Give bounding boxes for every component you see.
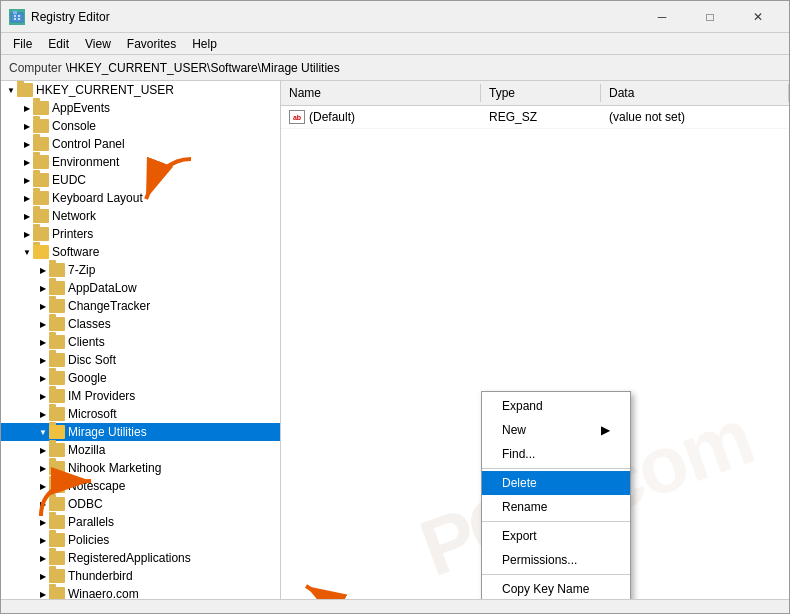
toggle-icon[interactable]: ▼ bbox=[21, 246, 33, 258]
folder-icon bbox=[49, 407, 65, 421]
tree-item-notescape[interactable]: ▶ Notescape bbox=[1, 477, 280, 495]
ctx-separator-1 bbox=[482, 468, 630, 469]
tree-item-registeredapps[interactable]: ▶ RegisteredApplications bbox=[1, 549, 280, 567]
toggle-icon[interactable]: ▶ bbox=[21, 210, 33, 222]
toggle-icon[interactable]: ▶ bbox=[37, 282, 49, 294]
col-type: Type bbox=[481, 84, 601, 102]
folder-icon bbox=[49, 371, 65, 385]
tree-item-odbc[interactable]: ▶ ODBC bbox=[1, 495, 280, 513]
tree-item-controlpanel[interactable]: ▶ Control Panel bbox=[1, 135, 280, 153]
toggle-icon[interactable]: ▶ bbox=[37, 570, 49, 582]
tree-item-google[interactable]: ▶ Google bbox=[1, 369, 280, 387]
toggle-icon[interactable]: ▶ bbox=[37, 264, 49, 276]
tree-item-nihook[interactable]: ▶ Nihook Marketing bbox=[1, 459, 280, 477]
toggle-icon[interactable]: ▶ bbox=[37, 552, 49, 564]
tree-item-changetracker[interactable]: ▶ ChangeTracker bbox=[1, 297, 280, 315]
toggle-icon[interactable]: ▶ bbox=[37, 300, 49, 312]
tree-item-eudc[interactable]: ▶ EUDC bbox=[1, 171, 280, 189]
tree-item-network[interactable]: ▶ Network bbox=[1, 207, 280, 225]
tree-item-winaero[interactable]: ▶ Winaero.com bbox=[1, 585, 280, 599]
tree-item-microsoft[interactable]: ▶ Microsoft bbox=[1, 405, 280, 423]
toggle-icon[interactable]: ▶ bbox=[21, 138, 33, 150]
tree-item-classes[interactable]: ▶ Classes bbox=[1, 315, 280, 333]
tree-label: Policies bbox=[68, 533, 109, 547]
tree-item-parallels[interactable]: ▶ Parallels bbox=[1, 513, 280, 531]
menu-help[interactable]: Help bbox=[184, 35, 225, 53]
registry-editor-window: Registry Editor ─ □ ✕ File Edit View Fav… bbox=[0, 0, 790, 614]
toggle-icon[interactable]: ▶ bbox=[21, 156, 33, 168]
menu-view[interactable]: View bbox=[77, 35, 119, 53]
folder-icon bbox=[33, 245, 49, 259]
tree-item-clients[interactable]: ▶ Clients bbox=[1, 333, 280, 351]
tree-item-mirageutils[interactable]: ▼ Mirage Utilities bbox=[1, 423, 280, 441]
tree-item-7zip[interactable]: ▶ 7-Zip bbox=[1, 261, 280, 279]
tree-item-policies[interactable]: ▶ Policies bbox=[1, 531, 280, 549]
folder-icon bbox=[49, 497, 65, 511]
toggle-icon[interactable]: ▶ bbox=[37, 390, 49, 402]
folder-icon bbox=[49, 461, 65, 475]
toggle-icon[interactable]: ▶ bbox=[37, 588, 49, 599]
toggle-icon[interactable]: ▶ bbox=[37, 534, 49, 546]
cell-data: (value not set) bbox=[601, 108, 789, 126]
toggle-icon[interactable]: ▼ bbox=[5, 84, 17, 96]
horizontal-scrollbar[interactable] bbox=[1, 599, 789, 613]
menu-edit[interactable]: Edit bbox=[40, 35, 77, 53]
ctx-expand[interactable]: Expand bbox=[482, 394, 630, 418]
app-icon bbox=[9, 9, 25, 25]
toggle-icon[interactable]: ▶ bbox=[21, 120, 33, 132]
toggle-icon[interactable]: ▶ bbox=[21, 228, 33, 240]
ctx-rename[interactable]: Rename bbox=[482, 495, 630, 519]
toggle-icon[interactable]: ▶ bbox=[37, 408, 49, 420]
tree-item-appdatalow[interactable]: ▶ AppDataLow bbox=[1, 279, 280, 297]
tree-item-root[interactable]: ▼ HKEY_CURRENT_USER bbox=[1, 81, 280, 99]
maximize-button[interactable]: □ bbox=[687, 3, 733, 31]
tree-item-discsoft[interactable]: ▶ Disc Soft bbox=[1, 351, 280, 369]
tree-label: Console bbox=[52, 119, 96, 133]
tree-panel[interactable]: ▼ HKEY_CURRENT_USER ▶ AppEvents ▶ Consol… bbox=[1, 81, 281, 599]
toggle-icon[interactable]: ▶ bbox=[37, 318, 49, 330]
tree-label-root: HKEY_CURRENT_USER bbox=[36, 83, 174, 97]
tree-label: Network bbox=[52, 209, 96, 223]
menu-favorites[interactable]: Favorites bbox=[119, 35, 184, 53]
menu-file[interactable]: File bbox=[5, 35, 40, 53]
tree-item-mozilla[interactable]: ▶ Mozilla bbox=[1, 441, 280, 459]
ctx-delete[interactable]: Delete bbox=[482, 471, 630, 495]
tree-item-printers[interactable]: ▶ Printers bbox=[1, 225, 280, 243]
toggle-icon[interactable]: ▶ bbox=[21, 192, 33, 204]
toggle-icon[interactable]: ▶ bbox=[37, 372, 49, 384]
toggle-icon[interactable]: ▶ bbox=[37, 498, 49, 510]
toggle-icon[interactable]: ▶ bbox=[37, 516, 49, 528]
close-button[interactable]: ✕ bbox=[735, 3, 781, 31]
tree-item-keyboardlayout[interactable]: ▶ Keyboard Layout bbox=[1, 189, 280, 207]
toggle-icon[interactable]: ▶ bbox=[37, 480, 49, 492]
main-area: ▼ HKEY_CURRENT_USER ▶ AppEvents ▶ Consol… bbox=[1, 81, 789, 599]
tree-item-appevents[interactable]: ▶ AppEvents bbox=[1, 99, 280, 117]
tree-item-software[interactable]: ▼ Software bbox=[1, 243, 280, 261]
folder-icon bbox=[49, 551, 65, 565]
ctx-export[interactable]: Export bbox=[482, 524, 630, 548]
ctx-find[interactable]: Find... bbox=[482, 442, 630, 466]
tree-item-environment[interactable]: ▶ Environment bbox=[1, 153, 280, 171]
folder-icon bbox=[49, 569, 65, 583]
svg-rect-4 bbox=[14, 18, 16, 20]
toggle-icon[interactable]: ▶ bbox=[21, 174, 33, 186]
ctx-permissions[interactable]: Permissions... bbox=[482, 548, 630, 572]
toggle-icon[interactable]: ▶ bbox=[37, 336, 49, 348]
toggle-icon[interactable]: ▶ bbox=[37, 462, 49, 474]
tree-item-console[interactable]: ▶ Console bbox=[1, 117, 280, 135]
toggle-icon[interactable]: ▶ bbox=[37, 354, 49, 366]
toggle-icon[interactable]: ▶ bbox=[21, 102, 33, 114]
cell-name: ab (Default) bbox=[281, 108, 481, 126]
table-row[interactable]: ab (Default) REG_SZ (value not set) bbox=[281, 106, 789, 129]
address-value: \HKEY_CURRENT_USER\Software\Mirage Utili… bbox=[66, 61, 340, 75]
ctx-new[interactable]: New ▶ bbox=[482, 418, 630, 442]
toggle-icon[interactable]: ▼ bbox=[37, 426, 49, 438]
tree-item-thunderbird[interactable]: ▶ Thunderbird bbox=[1, 567, 280, 585]
tree-item-improviders[interactable]: ▶ IM Providers bbox=[1, 387, 280, 405]
toggle-icon[interactable]: ▶ bbox=[37, 444, 49, 456]
minimize-button[interactable]: ─ bbox=[639, 3, 685, 31]
ctx-copykey[interactable]: Copy Key Name bbox=[482, 577, 630, 599]
svg-rect-1 bbox=[13, 11, 17, 14]
col-data: Data bbox=[601, 84, 789, 102]
ctx-separator-3 bbox=[482, 574, 630, 575]
